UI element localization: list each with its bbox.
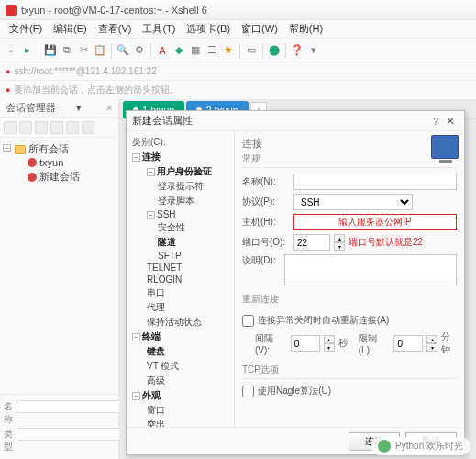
prop-name-label: 名称 (4, 400, 13, 426)
host-input[interactable]: 输入服务器公网IP (293, 214, 457, 230)
port-spinner[interactable]: ▴▾ (334, 234, 345, 251)
tool-new-icon[interactable]: ▫ (4, 43, 18, 58)
protocol-label: 协议(P): (242, 196, 290, 208)
cat-auth[interactable]: −用户身份验证 (128, 164, 232, 179)
dialog-help-icon[interactable]: ? (429, 116, 442, 127)
tool-a-icon[interactable]: A (155, 43, 170, 58)
cat-label: SSH (157, 209, 176, 219)
cat-keyboard[interactable]: 键盘 (128, 344, 232, 359)
menu-view[interactable]: 查看(V) (93, 22, 138, 36)
expand-icon[interactable]: − (147, 168, 155, 176)
host-label: 主机(H): (242, 216, 290, 229)
cat-keepalive[interactable]: 保持活动状态 (128, 315, 232, 330)
menu-edit[interactable]: 编辑(E) (48, 22, 93, 36)
cat-security[interactable]: 安全性 (128, 220, 232, 235)
nagle-label: 使用Nagle算法(U) (258, 385, 331, 397)
spin-up-icon[interactable]: ▴ (324, 335, 335, 343)
desc-label: 说明(D): (242, 254, 281, 267)
spin-up-icon[interactable]: ▴ (334, 234, 345, 242)
root-label: 所有会话 (28, 142, 69, 156)
tool-cut-icon[interactable]: ✂ (76, 43, 91, 58)
panel-toolbar (0, 118, 118, 138)
menu-file[interactable]: 文件(F) (4, 22, 48, 36)
cat-window[interactable]: 窗口 (128, 403, 232, 418)
panel-dropdown-icon[interactable]: ▾ (76, 102, 82, 114)
tool-search-icon[interactable]: 🔍 (116, 43, 130, 58)
limit-spinner[interactable]: ▴▾ (426, 335, 437, 352)
cat-appearance[interactable]: −外观 (128, 388, 232, 403)
tool-c-icon[interactable]: ▦ (188, 43, 203, 58)
tool-paste-icon[interactable]: 📋 (93, 43, 107, 58)
dialog-close-icon[interactable]: ✕ (442, 115, 459, 128)
toolbar: ▫ ▸ 💾 ⧉ ✂ 📋 🔍 ⚙ A ◆ ▦ ☰ ★ ▭ ⬤ ❓ ▾ (0, 39, 476, 62)
tool-e-icon[interactable]: ★ (221, 43, 236, 58)
tool-g-icon[interactable]: ⬤ (267, 43, 282, 58)
menu-tabs[interactable]: 选项卡(B) (181, 22, 236, 36)
tree-root[interactable]: − 所有会话 txyun 新建会话 (2, 141, 116, 185)
pt-prop-icon[interactable] (66, 121, 79, 134)
separator (285, 43, 286, 58)
window-title: txyun - root@VM-0-17-centos:~ - Xshell 6 (21, 5, 207, 16)
panel-close-icon[interactable]: ✕ (105, 103, 113, 113)
cat-proxy[interactable]: 代理 (128, 300, 232, 315)
cat-connection[interactable]: −连接 (128, 150, 232, 164)
tool-i-icon[interactable]: ▾ (306, 43, 321, 58)
tool-d-icon[interactable]: ☰ (205, 43, 219, 58)
spin-down-icon[interactable]: ▾ (426, 343, 437, 352)
desc-input[interactable] (284, 254, 457, 285)
name-input[interactable] (293, 174, 457, 190)
pt-copy-icon[interactable] (50, 121, 63, 134)
expand-icon[interactable]: − (132, 333, 140, 341)
expand-icon[interactable]: − (132, 392, 140, 400)
pt-folder-icon[interactable] (19, 121, 32, 134)
port-input[interactable] (293, 234, 330, 251)
reconnect-checkbox[interactable] (242, 315, 254, 327)
prop-name-field[interactable] (17, 400, 125, 413)
pt-more-icon[interactable] (82, 121, 94, 134)
expand-icon[interactable]: − (132, 153, 140, 162)
tool-copy-icon[interactable]: ⧉ (60, 43, 74, 58)
expand-icon[interactable]: − (147, 211, 155, 219)
panel-title: 会话管理器 (6, 101, 56, 115)
interval-input[interactable] (291, 335, 320, 352)
cat-highlight[interactable]: 突出 (128, 418, 232, 427)
cat-advanced[interactable]: 高级 (128, 374, 232, 388)
expand-icon[interactable]: − (3, 144, 11, 152)
menu-window[interactable]: 窗口(W) (236, 22, 283, 36)
limit-input[interactable] (393, 335, 423, 352)
cat-vt[interactable]: VT 模式 (128, 359, 232, 374)
cat-terminal[interactable]: −终端 (128, 330, 232, 344)
spin-down-icon[interactable]: ▾ (334, 242, 345, 251)
tool-props-icon[interactable]: ⚙ (132, 43, 147, 58)
tool-save-icon[interactable]: 💾 (43, 43, 58, 58)
spin-up-icon[interactable]: ▴ (426, 335, 437, 343)
pt-new-icon[interactable] (4, 121, 17, 134)
session-new[interactable]: 新建会话 (15, 169, 116, 185)
interval-spinner[interactable]: ▴▾ (324, 335, 335, 352)
cat-telnet[interactable]: TELNET (128, 262, 232, 274)
tool-open-icon[interactable]: ▸ (20, 43, 35, 58)
menu-tools[interactable]: 工具(T) (137, 22, 181, 36)
menu-help[interactable]: 帮助(H) (283, 22, 328, 36)
prop-type-field[interactable] (17, 428, 125, 441)
tool-b-icon[interactable]: ◆ (172, 43, 186, 58)
watermark-text: Python 欢乐时光 (395, 440, 463, 453)
cat-login-script[interactable]: 登录脚本 (128, 194, 232, 208)
dialog-form: 连接 常规 名称(N): 协议(P):SSH 主机(H):输入服务器公网IP 端… (235, 131, 464, 427)
cat-login-prompt[interactable]: 登录提示符 (128, 179, 232, 194)
protocol-select[interactable]: SSH (293, 194, 413, 210)
separator (150, 43, 151, 58)
cat-sftp[interactable]: SFTP (128, 250, 232, 262)
tool-h-icon[interactable]: ❓ (290, 43, 304, 58)
pt-del-icon[interactable] (35, 121, 48, 134)
spin-down-icon[interactable]: ▾ (324, 343, 335, 352)
cat-serial[interactable]: 串口 (128, 285, 232, 300)
cat-ssh[interactable]: −SSH (128, 208, 232, 220)
nagle-checkbox[interactable] (242, 386, 254, 397)
session-txyun[interactable]: txyun (15, 156, 116, 169)
cat-rlogin[interactable]: RLOGIN (128, 274, 232, 285)
tool-f-icon[interactable]: ▭ (244, 43, 259, 58)
form-section-reconnect: 重新连接 (242, 293, 457, 308)
cat-tunnel[interactable]: 隧道 (128, 235, 232, 250)
address-text[interactable]: ssh://root:******@121.4.102.161:22 (14, 66, 156, 76)
